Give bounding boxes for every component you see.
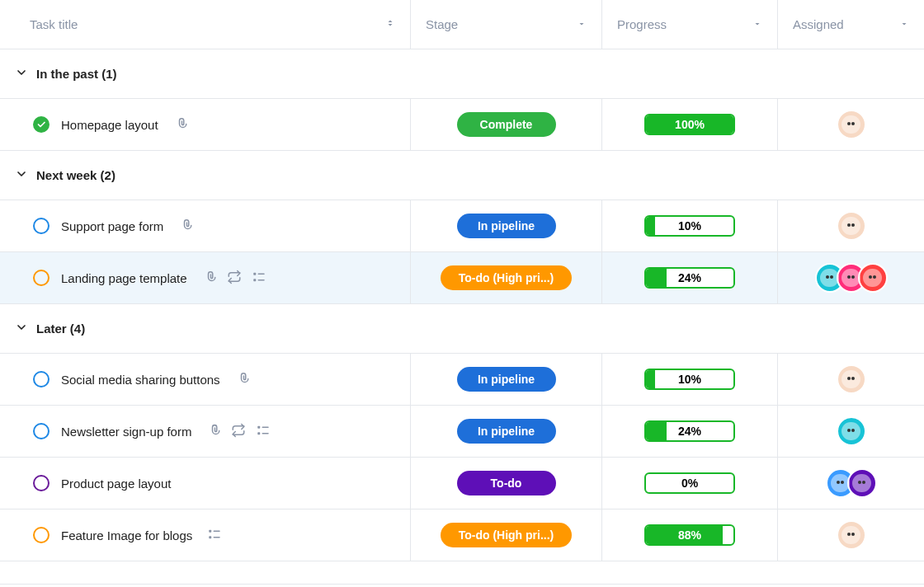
group-header[interactable]: In the past (1) xyxy=(0,49,924,99)
task-row[interactable]: Product page layoutTo-do0% xyxy=(0,458,924,510)
task-status-circle[interactable] xyxy=(33,475,50,491)
recurring-icon[interactable] xyxy=(227,270,242,287)
task-assigned-cell xyxy=(777,99,924,150)
caret-down-icon[interactable] xyxy=(752,17,762,31)
avatar[interactable] xyxy=(847,468,877,498)
progress-label: 0% xyxy=(646,474,733,492)
avatar[interactable] xyxy=(837,520,866,550)
task-title[interactable]: Product page layout xyxy=(61,477,171,491)
group-label: Later (4) xyxy=(36,322,85,336)
header-assigned[interactable]: Assigned xyxy=(777,0,924,49)
attachment-icon[interactable] xyxy=(173,116,188,134)
task-status-circle[interactable] xyxy=(33,527,50,543)
avatar-stack[interactable] xyxy=(837,211,866,241)
sort-icon[interactable] xyxy=(385,17,395,31)
stage-pill[interactable]: Complete xyxy=(457,112,556,137)
task-progress-cell: 24% xyxy=(601,252,777,303)
progress-bar[interactable]: 10% xyxy=(644,369,735,390)
progress-label: 88% xyxy=(646,526,733,544)
caret-down-icon[interactable] xyxy=(577,17,587,31)
attachment-icon[interactable] xyxy=(202,270,217,287)
task-title[interactable]: Newsletter sign-up form xyxy=(61,425,191,439)
task-title[interactable]: Homepage layout xyxy=(61,118,158,132)
stage-pill[interactable]: To-do (High pri...) xyxy=(441,265,573,290)
group-header[interactable]: Later (4) xyxy=(0,304,924,354)
task-assigned-cell xyxy=(777,458,924,509)
avatar[interactable] xyxy=(837,416,866,446)
task-title[interactable]: Social media sharing buttons xyxy=(61,373,220,387)
avatar[interactable] xyxy=(837,110,866,139)
progress-bar[interactable]: 100% xyxy=(644,114,735,135)
task-title[interactable]: Feature Image for blogs xyxy=(61,528,192,542)
progress-bar[interactable]: 24% xyxy=(644,420,735,442)
avatar-stack[interactable] xyxy=(837,520,866,550)
stage-pill[interactable]: To-do xyxy=(457,471,556,495)
task-stage-cell: To-do (High pri...) xyxy=(410,510,601,561)
task-row[interactable]: Newsletter sign-up formIn pipeline24% xyxy=(0,406,924,458)
header-task-title[interactable]: Task title xyxy=(0,17,410,31)
stage-pill[interactable]: To-do (High pri...) xyxy=(441,523,573,547)
progress-bar[interactable]: 88% xyxy=(644,524,735,546)
progress-bar[interactable]: 0% xyxy=(644,472,735,494)
task-meta-icons xyxy=(178,218,193,235)
task-stage-cell: In pipeline xyxy=(410,354,601,405)
attachment-icon[interactable] xyxy=(235,371,250,388)
chevron-down-icon xyxy=(15,66,28,82)
avatar-stack[interactable] xyxy=(837,364,866,394)
task-progress-cell: 100% xyxy=(601,99,777,150)
stage-pill[interactable]: In pipeline xyxy=(457,367,556,392)
task-status-circle[interactable] xyxy=(33,116,50,133)
task-meta-icons xyxy=(173,116,188,134)
subtasks-icon[interactable] xyxy=(256,423,271,440)
task-assigned-cell xyxy=(777,510,924,561)
attachment-icon[interactable] xyxy=(206,423,221,440)
task-row[interactable]: Support page formIn pipeline10% xyxy=(0,200,924,252)
task-status-circle[interactable] xyxy=(33,270,50,286)
header-task-title-label: Task title xyxy=(30,17,78,31)
avatar-stack[interactable] xyxy=(826,468,877,498)
header-stage[interactable]: Stage xyxy=(410,0,601,49)
task-title-cell: Social media sharing buttons xyxy=(0,354,410,405)
stage-pill[interactable]: In pipeline xyxy=(457,214,556,238)
task-progress-cell: 24% xyxy=(601,406,777,457)
task-stage-cell: In pipeline xyxy=(410,200,601,251)
avatar[interactable] xyxy=(858,263,888,293)
task-title-cell: Landing page template xyxy=(0,252,410,303)
chevron-down-icon xyxy=(15,167,28,183)
progress-label: 100% xyxy=(646,115,733,134)
task-status-circle[interactable] xyxy=(33,371,50,387)
task-row[interactable]: Homepage layoutComplete100% xyxy=(0,99,924,151)
task-title-cell: Homepage layout xyxy=(0,99,410,150)
task-row[interactable]: Landing page templateTo-do (High pri...)… xyxy=(0,252,924,304)
task-meta-icons xyxy=(235,371,250,388)
task-table: Task title Stage Progress Assigned In th… xyxy=(0,0,924,585)
avatar-stack[interactable] xyxy=(837,110,866,139)
avatar[interactable] xyxy=(837,364,866,394)
task-title[interactable]: Support page form xyxy=(61,219,163,233)
caret-down-icon[interactable] xyxy=(899,17,909,31)
task-row[interactable]: Social media sharing buttonsIn pipeline1… xyxy=(0,354,924,406)
avatar-stack[interactable] xyxy=(837,416,866,446)
task-row[interactable]: Feature Image for blogsTo-do (High pri..… xyxy=(0,510,924,561)
task-title-cell: Newsletter sign-up form xyxy=(0,406,410,457)
header-progress[interactable]: Progress xyxy=(601,0,777,49)
task-status-circle[interactable] xyxy=(33,423,50,439)
task-progress-cell: 0% xyxy=(601,458,777,509)
avatar[interactable] xyxy=(837,211,866,241)
progress-bar[interactable]: 24% xyxy=(644,267,735,289)
task-progress-cell: 10% xyxy=(601,200,777,251)
subtasks-icon[interactable] xyxy=(252,270,266,287)
progress-bar[interactable]: 10% xyxy=(644,215,735,237)
task-title[interactable]: Landing page template xyxy=(61,271,187,285)
subtasks-icon[interactable] xyxy=(207,527,222,544)
avatar-stack[interactable] xyxy=(815,263,888,293)
stage-pill[interactable]: In pipeline xyxy=(457,419,556,444)
check-icon xyxy=(36,120,46,129)
group-label: In the past (1) xyxy=(36,67,117,81)
recurring-icon[interactable] xyxy=(231,423,246,440)
task-assigned-cell xyxy=(777,354,924,405)
attachment-icon[interactable] xyxy=(178,218,193,235)
task-status-circle[interactable] xyxy=(33,218,50,234)
task-title-cell: Support page form xyxy=(0,200,410,251)
group-header[interactable]: Next week (2) xyxy=(0,151,924,200)
